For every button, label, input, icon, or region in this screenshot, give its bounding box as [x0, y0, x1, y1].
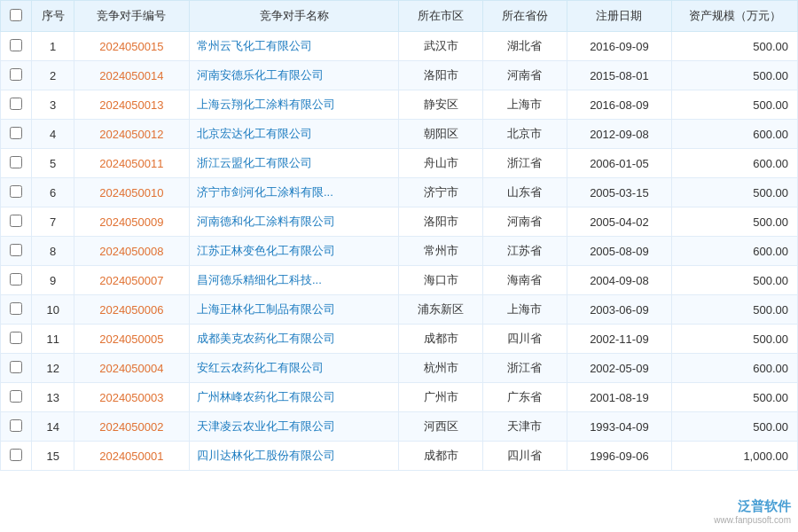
row-amount: 500.00	[672, 412, 798, 442]
row-amount: 500.00	[672, 295, 798, 325]
row-name[interactable]: 成都美克农药化工有限公司	[189, 325, 399, 354]
row-checkbox-cell[interactable]	[1, 90, 32, 120]
row-id[interactable]: 2024050001	[74, 442, 189, 471]
row-checkbox-cell[interactable]	[1, 207, 32, 237]
row-checkbox-cell[interactable]	[1, 383, 32, 412]
row-checkbox[interactable]	[10, 39, 22, 51]
row-checkbox[interactable]	[10, 332, 22, 344]
table-row: 92024050007昌河德乐精细化工科技...海口市海南省2004-09-08…	[1, 266, 798, 295]
row-seq: 13	[32, 383, 74, 412]
row-checkbox[interactable]	[10, 273, 22, 286]
row-id[interactable]: 2024050008	[74, 237, 189, 266]
row-date: 2015-08-01	[567, 61, 671, 90]
select-all-checkbox[interactable]	[10, 9, 22, 21]
row-id[interactable]: 2024050013	[74, 90, 189, 120]
row-name[interactable]: 浙江云盟化工有限公司	[189, 149, 399, 178]
row-province: 四川省	[483, 442, 567, 471]
row-date: 2006-01-05	[567, 149, 671, 178]
row-checkbox[interactable]	[10, 244, 22, 256]
row-checkbox-cell[interactable]	[1, 295, 32, 325]
row-name[interactable]: 天津凌云农业化工有限公司	[189, 412, 399, 442]
row-name[interactable]: 安红云农药化工有限公司	[189, 354, 399, 383]
row-amount: 500.00	[672, 325, 798, 354]
row-id[interactable]: 2024050012	[74, 120, 189, 149]
row-id[interactable]: 2024050004	[74, 354, 189, 383]
row-province: 四川省	[483, 325, 567, 354]
row-checkbox[interactable]	[10, 449, 22, 461]
row-amount: 600.00	[672, 149, 798, 178]
row-checkbox-cell[interactable]	[1, 32, 32, 61]
row-checkbox-cell[interactable]	[1, 61, 32, 90]
row-city: 杭州市	[399, 354, 483, 383]
row-checkbox-cell[interactable]	[1, 266, 32, 295]
table-row: 42024050012北京宏达化工有限公司朝阳区北京市2012-09-08600…	[1, 120, 798, 149]
row-checkbox-cell[interactable]	[1, 120, 32, 149]
row-id[interactable]: 2024050002	[74, 412, 189, 442]
row-name[interactable]: 常州云飞化工有限公司	[189, 32, 399, 61]
row-checkbox-cell[interactable]	[1, 442, 32, 471]
row-name[interactable]: 四川达林化工股份有限公司	[189, 442, 399, 471]
row-checkbox[interactable]	[10, 419, 22, 432]
watermark: 泛普软件 www.fanpusoft.com	[714, 498, 791, 525]
table-row: 122024050004安红云农药化工有限公司杭州市浙江省2002-05-096…	[1, 354, 798, 383]
row-province: 浙江省	[483, 354, 567, 383]
row-id[interactable]: 2024050007	[74, 266, 189, 295]
row-id[interactable]: 2024050006	[74, 295, 189, 325]
row-name[interactable]: 上海正林化工制品有限公司	[189, 295, 399, 325]
row-checkbox[interactable]	[10, 127, 22, 139]
row-seq: 14	[32, 412, 74, 442]
row-name[interactable]: 上海云翔化工涂料有限公司	[189, 90, 399, 120]
row-checkbox-cell[interactable]	[1, 149, 32, 178]
row-date: 2001-08-19	[567, 383, 671, 412]
row-province: 北京市	[483, 120, 567, 149]
row-checkbox-cell[interactable]	[1, 325, 32, 354]
row-checkbox[interactable]	[10, 215, 22, 227]
row-checkbox-cell[interactable]	[1, 237, 32, 266]
row-checkbox[interactable]	[10, 185, 22, 198]
row-id[interactable]: 2024050003	[74, 383, 189, 412]
row-id[interactable]: 2024050005	[74, 325, 189, 354]
row-name[interactable]: 北京宏达化工有限公司	[189, 120, 399, 149]
row-id[interactable]: 2024050014	[74, 61, 189, 90]
row-id[interactable]: 2024050010	[74, 178, 189, 207]
row-checkbox[interactable]	[10, 361, 22, 373]
row-seq: 7	[32, 207, 74, 237]
row-name[interactable]: 昌河德乐精细化工科技...	[189, 266, 399, 295]
row-province: 河南省	[483, 207, 567, 237]
row-amount: 1,000.00	[672, 442, 798, 471]
row-name[interactable]: 江苏正林变色化工有限公司	[189, 237, 399, 266]
row-seq: 1	[32, 32, 74, 61]
watermark-logo: 泛普软件	[738, 498, 791, 515]
row-id[interactable]: 2024050009	[74, 207, 189, 237]
row-seq: 2	[32, 61, 74, 90]
row-city: 静安区	[399, 90, 483, 120]
row-name[interactable]: 河南安德乐化工有限公司	[189, 61, 399, 90]
row-date: 2005-08-09	[567, 237, 671, 266]
row-checkbox[interactable]	[10, 68, 22, 81]
row-name[interactable]: 济宁市剑河化工涂料有限...	[189, 178, 399, 207]
row-checkbox[interactable]	[10, 156, 22, 168]
row-province: 浙江省	[483, 149, 567, 178]
table-row: 52024050011浙江云盟化工有限公司舟山市浙江省2006-01-05600…	[1, 149, 798, 178]
row-seq: 4	[32, 120, 74, 149]
row-checkbox[interactable]	[10, 390, 22, 403]
header-name: 竞争对手名称	[189, 1, 399, 32]
row-checkbox-cell[interactable]	[1, 412, 32, 442]
table-row: 152024050001四川达林化工股份有限公司成都市四川省1996-09-06…	[1, 442, 798, 471]
row-name[interactable]: 河南德和化工涂料有限公司	[189, 207, 399, 237]
row-province: 天津市	[483, 412, 567, 442]
row-city: 朝阳区	[399, 120, 483, 149]
row-checkbox[interactable]	[10, 302, 22, 315]
row-id[interactable]: 2024050011	[74, 149, 189, 178]
row-seq: 11	[32, 325, 74, 354]
row-province: 河南省	[483, 61, 567, 90]
row-name[interactable]: 广州林峰农药化工有限公司	[189, 383, 399, 412]
row-checkbox-cell[interactable]	[1, 354, 32, 383]
row-checkbox[interactable]	[10, 98, 22, 110]
row-province: 上海市	[483, 295, 567, 325]
row-date: 2004-09-08	[567, 266, 671, 295]
row-id[interactable]: 2024050015	[74, 32, 189, 61]
row-checkbox-cell[interactable]	[1, 178, 32, 207]
row-date: 2002-11-09	[567, 325, 671, 354]
competitor-table: 序号 竞争对手编号 竞争对手名称 所在市区 所在省份 注册日期 资产规模（万元）…	[0, 0, 798, 471]
